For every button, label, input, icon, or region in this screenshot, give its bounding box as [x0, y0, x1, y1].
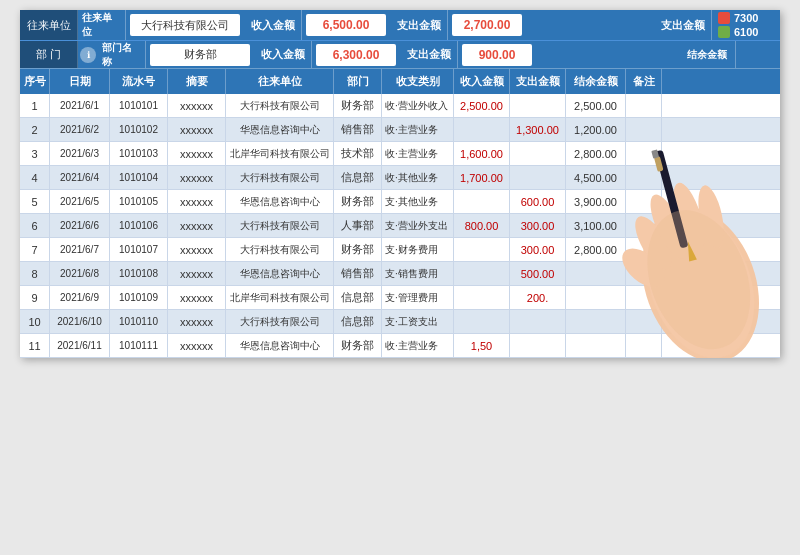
cell-counterpart: 北岸华司科技有限公司 — [226, 142, 334, 165]
cell-counterpart: 华恩信息咨询中心 — [226, 190, 334, 213]
income-value-2: 6,300.00 — [316, 44, 396, 66]
summary-box: 7300 6100 — [712, 9, 780, 41]
table-row: 11 2021/6/11 1010111 xxxxxx 华恩信息咨询中心 财务部… — [20, 334, 780, 358]
cell-summary: xxxxxx — [168, 214, 226, 237]
cell-balance — [566, 334, 626, 357]
cell-expense: 500.00 — [510, 262, 566, 285]
cell-flow: 1010110 — [110, 310, 168, 333]
cell-note — [626, 166, 662, 189]
cell-seq: 3 — [20, 142, 50, 165]
col-income: 收入金额 — [454, 69, 510, 94]
dept-name-label: 部门名称 — [98, 41, 146, 68]
cell-seq: 11 — [20, 334, 50, 357]
cell-summary: xxxxxx — [168, 310, 226, 333]
cell-summary: xxxxxx — [168, 334, 226, 357]
cell-date: 2021/6/10 — [50, 310, 110, 333]
cell-expense: 200. — [510, 286, 566, 309]
cell-seq: 4 — [20, 166, 50, 189]
cell-expense: 1,300.00 — [510, 118, 566, 141]
table-row: 6 2021/6/6 1010106 xxxxxx 大行科技有限公司 人事部 支… — [20, 214, 780, 238]
cell-seq: 1 — [20, 94, 50, 117]
cell-counterpart: 大行科技有限公司 — [226, 94, 334, 117]
table-row: 7 2021/6/7 1010107 xxxxxx 大行科技有限公司 财务部 支… — [20, 238, 780, 262]
cell-income: 2,500.00 — [454, 94, 510, 117]
cell-balance: 2,500.00 — [566, 94, 626, 117]
cell-summary: xxxxxx — [168, 118, 226, 141]
right-summary-label: 支出金额 — [654, 10, 712, 40]
cell-expense: 600.00 — [510, 190, 566, 213]
cell-note — [626, 214, 662, 237]
cell-expense — [510, 334, 566, 357]
cell-note — [626, 238, 662, 261]
cell-date: 2021/6/1 — [50, 94, 110, 117]
cell-note — [626, 334, 662, 357]
cell-seq: 7 — [20, 238, 50, 261]
counterpart-label: 往来单位 — [20, 10, 78, 40]
cell-date: 2021/6/8 — [50, 262, 110, 285]
cell-balance: 3,900.00 — [566, 190, 626, 213]
income-value-1: 6,500.00 — [306, 14, 386, 36]
cell-counterpart: 华恩信息咨询中心 — [226, 334, 334, 357]
cell-type: 收·主营业务 — [382, 142, 454, 165]
cell-balance: 4,500.00 — [566, 166, 626, 189]
table-row: 8 2021/6/8 1010108 xxxxxx 华恩信息咨询中心 销售部 支… — [20, 262, 780, 286]
cell-balance — [566, 286, 626, 309]
cell-date: 2021/6/5 — [50, 190, 110, 213]
cell-note — [626, 142, 662, 165]
table-row: 4 2021/6/4 1010104 xxxxxx 大行科技有限公司 信息部 收… — [20, 166, 780, 190]
cell-summary: xxxxxx — [168, 166, 226, 189]
cell-type: 支·财务费用 — [382, 238, 454, 261]
col-expense: 支出金额 — [510, 69, 566, 94]
cell-flow: 1010109 — [110, 286, 168, 309]
cell-note — [626, 262, 662, 285]
cell-dept: 信息部 — [334, 286, 382, 309]
column-headers: 序号 日期 流水号 摘要 往来单位 部门 收支类别 收入金额 支出金额 结余金额… — [20, 68, 780, 94]
dept-label: 部 门 — [20, 41, 78, 68]
cell-flow: 1010107 — [110, 238, 168, 261]
cell-summary: xxxxxx — [168, 262, 226, 285]
cell-expense — [510, 310, 566, 333]
header-row2: 部 门 ℹ 部门名称 财务部 收入金额 6,300.00 支出金额 900.00… — [20, 40, 780, 68]
col-balance: 结余金额 — [566, 69, 626, 94]
cell-dept: 财务部 — [334, 94, 382, 117]
income-color-box — [718, 12, 730, 24]
source-label: 往来单位 — [78, 10, 126, 40]
balance-label: 结余金额 — [678, 41, 736, 68]
income-label-2: 收入金额 — [254, 41, 312, 68]
summary-income-row: 7300 — [718, 12, 774, 24]
cell-date: 2021/6/9 — [50, 286, 110, 309]
cell-dept: 财务部 — [334, 238, 382, 261]
cell-flow: 1010101 — [110, 94, 168, 117]
spreadsheet: 往来单位 往来单位 大行科技有限公司 收入金额 6,500.00 支出金额 2,… — [20, 10, 780, 358]
col-flow: 流水号 — [110, 69, 168, 94]
cell-flow: 1010104 — [110, 166, 168, 189]
cell-type: 收·主营业务 — [382, 118, 454, 141]
cell-dept: 信息部 — [334, 166, 382, 189]
cell-flow: 1010103 — [110, 142, 168, 165]
dept-info-icon: ℹ — [80, 47, 96, 63]
cell-date: 2021/6/3 — [50, 142, 110, 165]
cell-counterpart: 大行科技有限公司 — [226, 238, 334, 261]
cell-note — [626, 310, 662, 333]
summary-expense-row: 6100 — [718, 26, 774, 38]
col-dept: 部门 — [334, 69, 382, 94]
cell-type: 支·销售费用 — [382, 262, 454, 285]
cell-balance: 3,100.00 — [566, 214, 626, 237]
cell-expense — [510, 166, 566, 189]
cell-summary: xxxxxx — [168, 142, 226, 165]
table-row: 1 2021/6/1 1010101 xxxxxx 大行科技有限公司 财务部 收… — [20, 94, 780, 118]
cell-counterpart: 华恩信息咨询中心 — [226, 262, 334, 285]
col-seq: 序号 — [20, 69, 50, 94]
col-counterpart: 往来单位 — [226, 69, 334, 94]
cell-income: 800.00 — [454, 214, 510, 237]
cell-balance: 2,800.00 — [566, 142, 626, 165]
cell-seq: 10 — [20, 310, 50, 333]
cell-type: 收·营业外收入 — [382, 94, 454, 117]
cell-dept: 信息部 — [334, 310, 382, 333]
cell-counterpart: 北岸华司科技有限公司 — [226, 286, 334, 309]
cell-note — [626, 190, 662, 213]
expense-value-2: 900.00 — [462, 44, 532, 66]
dept-value: 财务部 — [150, 44, 250, 66]
cell-income — [454, 118, 510, 141]
cell-type: 收·其他业务 — [382, 166, 454, 189]
